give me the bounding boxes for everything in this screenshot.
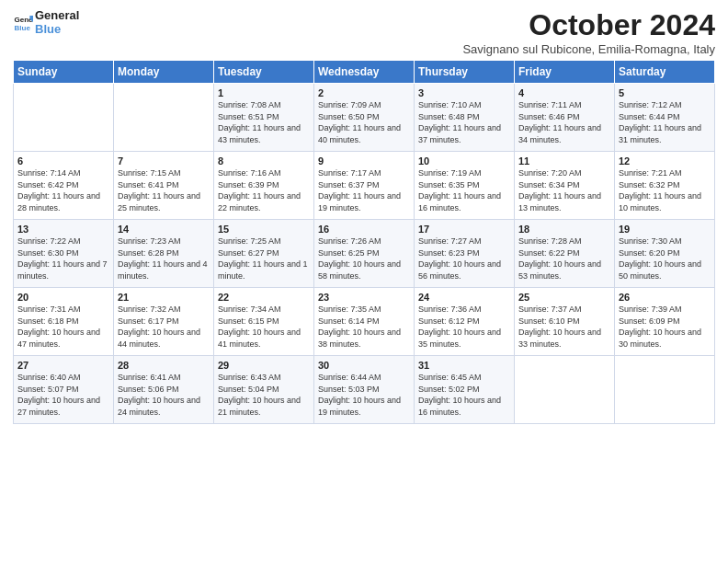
- calendar-cell: 23Sunrise: 7:35 AM Sunset: 6:14 PM Dayli…: [314, 288, 415, 356]
- location: Savignano sul Rubicone, Emilia-Romagna, …: [462, 42, 715, 56]
- calendar-cell: 27Sunrise: 6:40 AM Sunset: 5:07 PM Dayli…: [14, 356, 114, 424]
- day-number: 14: [118, 224, 210, 235]
- day-info: Sunrise: 7:17 AM Sunset: 6:37 PM Dayligh…: [318, 167, 410, 213]
- day-info: Sunrise: 7:27 AM Sunset: 6:23 PM Dayligh…: [418, 236, 510, 282]
- day-number: 10: [418, 155, 510, 167]
- calendar-cell: 31Sunrise: 6:45 AM Sunset: 5:02 PM Dayli…: [415, 356, 515, 424]
- calendar-table: Sunday Monday Tuesday Wednesday Thursday…: [13, 60, 715, 424]
- day-info: Sunrise: 6:45 AM Sunset: 5:02 PM Dayligh…: [418, 372, 510, 418]
- calendar-cell: 14Sunrise: 7:23 AM Sunset: 6:28 PM Dayli…: [114, 220, 214, 288]
- col-monday: Monday: [114, 61, 214, 84]
- day-number: 30: [318, 360, 410, 371]
- day-number: 15: [218, 224, 310, 235]
- calendar-cell: [615, 356, 715, 424]
- calendar-cell: 3Sunrise: 7:10 AM Sunset: 6:48 PM Daylig…: [415, 84, 515, 152]
- calendar-cell: 12Sunrise: 7:21 AM Sunset: 6:32 PM Dayli…: [615, 152, 715, 220]
- day-number: 13: [17, 224, 109, 235]
- calendar-cell: 6Sunrise: 7:14 AM Sunset: 6:42 PM Daylig…: [14, 152, 114, 220]
- calendar-cell: 30Sunrise: 6:44 AM Sunset: 5:03 PM Dayli…: [314, 356, 415, 424]
- day-number: 11: [518, 155, 610, 167]
- calendar-cell: 8Sunrise: 7:16 AM Sunset: 6:39 PM Daylig…: [214, 152, 314, 220]
- day-number: 5: [619, 87, 711, 98]
- day-info: Sunrise: 7:34 AM Sunset: 6:15 PM Dayligh…: [218, 304, 310, 350]
- calendar-cell: 29Sunrise: 6:43 AM Sunset: 5:04 PM Dayli…: [214, 356, 314, 424]
- day-info: Sunrise: 7:39 AM Sunset: 6:09 PM Dayligh…: [619, 304, 711, 350]
- calendar-cell: 4Sunrise: 7:11 AM Sunset: 6:46 PM Daylig…: [515, 84, 615, 152]
- calendar-cell: 1Sunrise: 7:08 AM Sunset: 6:51 PM Daylig…: [214, 84, 314, 152]
- calendar-cell: 11Sunrise: 7:20 AM Sunset: 6:34 PM Dayli…: [515, 152, 615, 220]
- calendar-cell: 28Sunrise: 6:41 AM Sunset: 5:06 PM Dayli…: [114, 356, 214, 424]
- calendar-cell: [515, 356, 615, 424]
- calendar-body: 1Sunrise: 7:08 AM Sunset: 6:51 PM Daylig…: [14, 84, 715, 424]
- day-number: 31: [418, 360, 510, 371]
- day-number: 24: [418, 292, 510, 303]
- col-tuesday: Tuesday: [214, 61, 314, 84]
- day-info: Sunrise: 6:44 AM Sunset: 5:03 PM Dayligh…: [318, 372, 410, 418]
- calendar-cell: 21Sunrise: 7:32 AM Sunset: 6:17 PM Dayli…: [114, 288, 214, 356]
- day-info: Sunrise: 7:20 AM Sunset: 6:34 PM Dayligh…: [518, 167, 610, 213]
- col-thursday: Thursday: [415, 61, 515, 84]
- svg-text:Blue: Blue: [14, 24, 30, 32]
- calendar-cell: 20Sunrise: 7:31 AM Sunset: 6:18 PM Dayli…: [14, 288, 114, 356]
- day-info: Sunrise: 7:09 AM Sunset: 6:50 PM Dayligh…: [318, 99, 410, 145]
- logo-general: General: [35, 9, 79, 23]
- header-row: Sunday Monday Tuesday Wednesday Thursday…: [14, 61, 715, 84]
- day-info: Sunrise: 7:30 AM Sunset: 6:20 PM Dayligh…: [619, 236, 711, 282]
- day-number: 27: [17, 360, 109, 371]
- calendar-cell: 17Sunrise: 7:27 AM Sunset: 6:23 PM Dayli…: [415, 220, 515, 288]
- logo-blue: Blue: [35, 23, 79, 37]
- page-container: General Blue General Blue October 2024 S…: [0, 0, 728, 431]
- col-sunday: Sunday: [14, 61, 114, 84]
- day-info: Sunrise: 6:43 AM Sunset: 5:04 PM Dayligh…: [218, 372, 310, 418]
- day-info: Sunrise: 7:15 AM Sunset: 6:41 PM Dayligh…: [118, 167, 210, 213]
- day-number: 17: [418, 224, 510, 235]
- day-number: 12: [619, 155, 711, 167]
- calendar-cell: 18Sunrise: 7:28 AM Sunset: 6:22 PM Dayli…: [515, 220, 615, 288]
- day-info: Sunrise: 7:26 AM Sunset: 6:25 PM Dayligh…: [318, 236, 410, 282]
- day-number: 28: [118, 360, 210, 371]
- day-number: 22: [218, 292, 310, 303]
- day-info: Sunrise: 7:12 AM Sunset: 6:44 PM Dayligh…: [619, 99, 711, 145]
- day-number: 8: [218, 155, 310, 167]
- col-saturday: Saturday: [615, 61, 715, 84]
- page-header: General Blue General Blue October 2024 S…: [13, 9, 715, 56]
- day-number: 3: [418, 87, 510, 98]
- day-number: 2: [318, 87, 410, 98]
- day-number: 23: [318, 292, 410, 303]
- calendar-cell: 19Sunrise: 7:30 AM Sunset: 6:20 PM Dayli…: [615, 220, 715, 288]
- month-title: October 2024: [462, 9, 715, 41]
- col-wednesday: Wednesday: [314, 61, 415, 84]
- day-info: Sunrise: 7:10 AM Sunset: 6:48 PM Dayligh…: [418, 99, 510, 145]
- day-info: Sunrise: 7:21 AM Sunset: 6:32 PM Dayligh…: [619, 167, 711, 213]
- calendar-cell: 26Sunrise: 7:39 AM Sunset: 6:09 PM Dayli…: [615, 288, 715, 356]
- day-number: 18: [518, 224, 610, 235]
- calendar-cell: 16Sunrise: 7:26 AM Sunset: 6:25 PM Dayli…: [314, 220, 415, 288]
- title-block: October 2024 Savignano sul Rubicone, Emi…: [462, 9, 715, 56]
- col-friday: Friday: [515, 61, 615, 84]
- day-info: Sunrise: 6:40 AM Sunset: 5:07 PM Dayligh…: [17, 372, 109, 418]
- day-number: 20: [17, 292, 109, 303]
- day-info: Sunrise: 7:23 AM Sunset: 6:28 PM Dayligh…: [118, 236, 210, 282]
- day-number: 19: [619, 224, 711, 235]
- day-info: Sunrise: 7:14 AM Sunset: 6:42 PM Dayligh…: [17, 167, 109, 213]
- logo-icon: General Blue: [13, 13, 33, 33]
- day-info: Sunrise: 7:36 AM Sunset: 6:12 PM Dayligh…: [418, 304, 510, 350]
- day-info: Sunrise: 7:35 AM Sunset: 6:14 PM Dayligh…: [318, 304, 410, 350]
- day-number: 9: [318, 155, 410, 167]
- day-info: Sunrise: 7:31 AM Sunset: 6:18 PM Dayligh…: [17, 304, 109, 350]
- day-number: 29: [218, 360, 310, 371]
- calendar-cell: 15Sunrise: 7:25 AM Sunset: 6:27 PM Dayli…: [214, 220, 314, 288]
- day-info: Sunrise: 7:25 AM Sunset: 6:27 PM Dayligh…: [218, 236, 310, 282]
- calendar-header: Sunday Monday Tuesday Wednesday Thursday…: [14, 61, 715, 84]
- day-info: Sunrise: 7:11 AM Sunset: 6:46 PM Dayligh…: [518, 99, 610, 145]
- calendar-cell: [14, 84, 114, 152]
- calendar-cell: 9Sunrise: 7:17 AM Sunset: 6:37 PM Daylig…: [314, 152, 415, 220]
- day-number: 6: [17, 155, 109, 167]
- day-number: 26: [619, 292, 711, 303]
- day-info: Sunrise: 7:28 AM Sunset: 6:22 PM Dayligh…: [518, 236, 610, 282]
- calendar-cell: [114, 84, 214, 152]
- calendar-cell: 13Sunrise: 7:22 AM Sunset: 6:30 PM Dayli…: [14, 220, 114, 288]
- calendar-cell: 7Sunrise: 7:15 AM Sunset: 6:41 PM Daylig…: [114, 152, 214, 220]
- calendar-cell: 10Sunrise: 7:19 AM Sunset: 6:35 PM Dayli…: [415, 152, 515, 220]
- day-info: Sunrise: 7:08 AM Sunset: 6:51 PM Dayligh…: [218, 99, 310, 145]
